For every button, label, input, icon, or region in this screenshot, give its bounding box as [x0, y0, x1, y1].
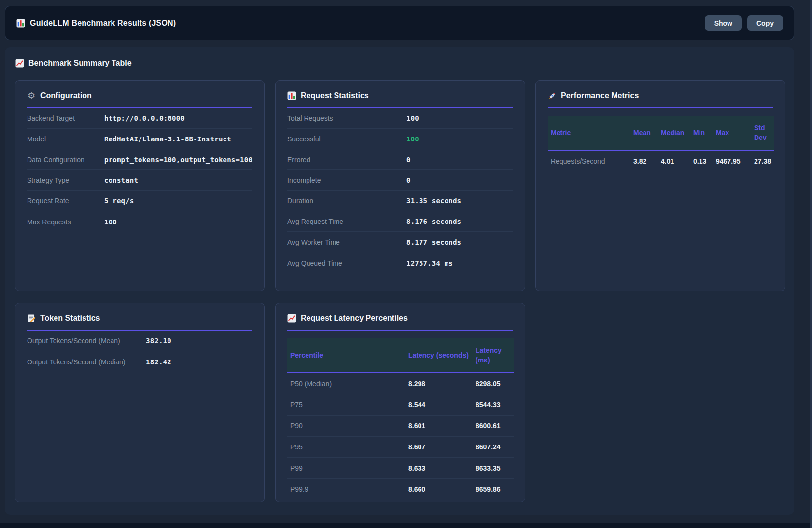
- percentile-cell: P99: [287, 457, 405, 478]
- kv-row: Duration 31.35 seconds: [287, 191, 513, 211]
- card-header: Performance Metrics: [548, 91, 773, 108]
- column-header: Metric: [548, 116, 630, 150]
- show-button[interactable]: Show: [705, 15, 742, 31]
- gear-icon: ⚙: [27, 91, 36, 100]
- kv-value: 31.35 seconds: [406, 197, 461, 205]
- request-statistics-card: Request Statistics Total Requests 100 Su…: [275, 80, 525, 291]
- latency-ms-cell: 8544.33: [473, 394, 514, 415]
- kv-row: Max Requests 100: [27, 211, 252, 232]
- column-header: Median: [658, 116, 690, 150]
- header-bar: GuideLLM Benchmark Results (JSON) Show C…: [5, 6, 794, 40]
- kv-label: Backend Target: [27, 114, 104, 122]
- card-title: Token Statistics: [40, 314, 100, 323]
- latency-seconds-cell: 8.298: [405, 373, 473, 394]
- kv-label: Duration: [287, 197, 406, 205]
- card-title: Request Statistics: [301, 91, 369, 100]
- kv-label: Avg Queued Time: [287, 259, 406, 267]
- kv-row: Request Rate 5 req/s: [27, 191, 252, 211]
- kv-value: 382.10: [146, 337, 171, 345]
- column-header: Latency (seconds): [405, 338, 473, 373]
- table-row: P99 8.633 8633.35: [287, 457, 514, 478]
- bar-chart-icon: [287, 91, 296, 100]
- kv-row: Model RedHatAI/Llama-3.1-8B-Instruct: [27, 129, 252, 149]
- card-header: Token Statistics: [27, 314, 252, 331]
- kv-label: Incomplete: [287, 176, 406, 184]
- column-header: Std Dev: [751, 116, 774, 150]
- kv-row: Strategy Type constant: [27, 170, 252, 191]
- latency-seconds-cell: 8.633: [405, 457, 473, 478]
- median-cell: 4.01: [658, 150, 690, 171]
- column-header: Min: [690, 116, 713, 150]
- kv-value: 12757.34 ms: [406, 259, 453, 267]
- card-title: Performance Metrics: [561, 91, 639, 100]
- kv-row: Output Tokens/Second (Median) 182.42: [27, 351, 252, 372]
- configuration-card: ⚙ Configuration Backend Target http://0.…: [15, 80, 265, 291]
- kv-value: 100: [104, 218, 117, 226]
- card-title: Request Latency Percentiles: [301, 314, 408, 323]
- column-header: Latency (ms): [473, 338, 514, 373]
- column-header: Percentile: [287, 338, 405, 373]
- kv-value: 182.42: [146, 358, 171, 366]
- kv-label: Request Rate: [27, 197, 104, 205]
- kv-label: Data Configuration: [27, 156, 104, 164]
- card-header: ⚙ Configuration: [27, 91, 252, 108]
- kv-row: Output Tokens/Second (Mean) 382.10: [27, 331, 252, 351]
- kv-label: Max Requests: [27, 218, 104, 226]
- kv-label: Avg Request Time: [287, 218, 406, 225]
- kv-value: 0: [406, 156, 411, 164]
- page-title: GuideLLM Benchmark Results (JSON): [30, 19, 176, 28]
- kv-value: 8.177 seconds: [406, 238, 461, 246]
- kv-row: Total Requests 100: [287, 108, 513, 129]
- kv-value: 0: [406, 176, 411, 184]
- kv-label: Model: [27, 135, 104, 143]
- table-header-row: Percentile Latency (seconds) Latency (ms…: [287, 338, 514, 373]
- kv-row: Errored 0: [287, 149, 513, 170]
- chart-increasing-icon: [287, 314, 296, 323]
- kv-value: 100: [406, 114, 419, 122]
- kv-row: Incomplete 0: [287, 170, 513, 191]
- copy-button[interactable]: Copy: [747, 15, 783, 31]
- performance-metrics-table: Metric Mean Median Min Max Std Dev Reque…: [548, 116, 774, 171]
- kv-row: Data Configuration prompt_tokens=100,out…: [27, 149, 252, 170]
- card-title: Configuration: [40, 91, 92, 100]
- column-header: Max: [713, 116, 751, 150]
- kv-row: Avg Request Time 8.176 seconds: [287, 211, 513, 232]
- card-header: Request Latency Percentiles: [287, 314, 513, 331]
- kv-row: Avg Worker Time 8.177 seconds: [287, 232, 513, 252]
- table-row: P75 8.544 8544.33: [287, 394, 514, 415]
- percentile-cell: P50 (Median): [287, 373, 405, 394]
- kv-row: Avg Queued Time 12757.34 ms: [287, 252, 513, 273]
- kv-label: Avg Worker Time: [287, 238, 406, 246]
- kv-label: Strategy Type: [27, 176, 104, 184]
- token-statistics-card: Token Statistics Output Tokens/Second (M…: [15, 303, 265, 502]
- metric-name-cell: Requests/Second: [548, 150, 630, 171]
- kv-value: RedHatAI/Llama-3.1-8B-Instruct: [104, 135, 231, 143]
- latency-ms-cell: 8607.24: [473, 436, 514, 457]
- kv-value: http://0.0.0.0:8000: [104, 114, 185, 122]
- latency-percentiles-table: Percentile Latency (seconds) Latency (ms…: [287, 338, 514, 500]
- card-header: Request Statistics: [287, 91, 513, 108]
- kv-value: 8.176 seconds: [406, 218, 461, 225]
- latency-seconds-cell: 8.660: [405, 478, 473, 500]
- scrollbar[interactable]: [810, 0, 812, 528]
- kv-label: Output Tokens/Second (Mean): [27, 337, 146, 345]
- bar-chart-icon: [16, 19, 25, 28]
- kv-label: Successful: [287, 135, 406, 143]
- kv-value-success: 100: [406, 135, 419, 143]
- min-cell: 0.13: [690, 150, 713, 171]
- percentile-cell: P75: [287, 394, 405, 415]
- performance-metrics-card: Performance Metrics Metric Mean Median M…: [535, 80, 785, 291]
- max-cell: 9467.95: [713, 150, 751, 171]
- rocket-icon: [548, 91, 557, 100]
- cards-grid: ⚙ Configuration Backend Target http://0.…: [15, 80, 785, 502]
- latency-seconds-cell: 8.601: [405, 415, 473, 436]
- table-row: Requests/Second 3.82 4.01 0.13 9467.95 2…: [548, 150, 774, 171]
- section-title: Benchmark Summary Table: [28, 59, 132, 68]
- percentile-cell: P95: [287, 436, 405, 457]
- kv-label: Output Tokens/Second (Median): [27, 358, 146, 366]
- latency-ms-cell: 8633.35: [473, 457, 514, 478]
- kv-row: Backend Target http://0.0.0.0:8000: [27, 108, 252, 129]
- header-actions: Show Copy: [705, 15, 783, 31]
- latency-percentiles-card: Request Latency Percentiles Percentile L…: [275, 303, 525, 502]
- next-section-edge: [0, 523, 812, 528]
